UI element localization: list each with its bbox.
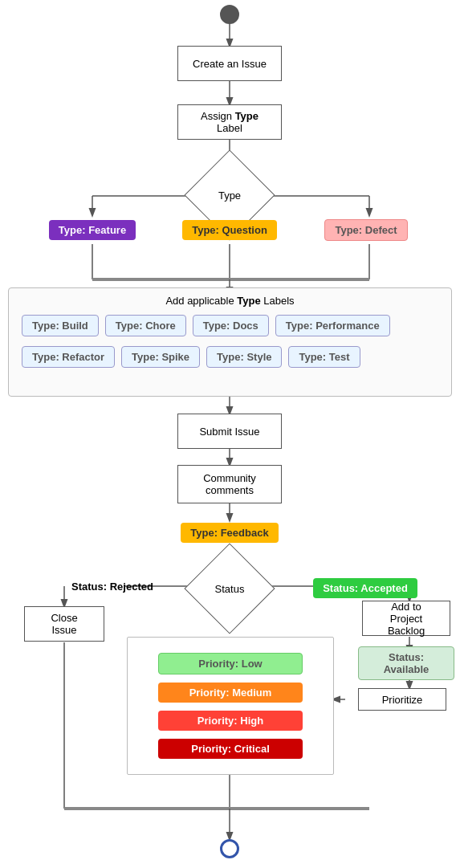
- create-issue-label: Create an Issue: [193, 58, 267, 70]
- status-rejected-label: Status: Rejected: [64, 577, 161, 596]
- type-spike-label: Type: Spike: [121, 346, 200, 368]
- status-accepted-node: Status: Accepted: [305, 577, 425, 599]
- status-diamond: [184, 543, 275, 634]
- status-diamond-container: Status: [197, 556, 262, 621]
- community-comments-label: Community comments: [203, 472, 256, 496]
- type-feedback-node: Type: Feedback: [177, 520, 282, 545]
- priority-medium-label: Priority: Medium: [158, 683, 303, 703]
- type-refactor-label: Type: Refactor: [22, 346, 115, 368]
- type-defect-label: Type: Defect: [324, 219, 407, 241]
- add-to-backlog-label: Add to Project Backlog: [376, 601, 437, 637]
- type-test-label: Type: Test: [288, 346, 360, 368]
- start-circle: [220, 5, 239, 24]
- type-style-label: Type: Style: [206, 346, 282, 368]
- type-feature-label: Type: Feature: [49, 220, 136, 240]
- prioritize-label: Prioritize: [382, 694, 423, 706]
- close-issue-node: Close Issue: [24, 606, 104, 642]
- type-build-label: Type: Build: [22, 315, 99, 336]
- type-docs-label: Type: Docs: [193, 315, 269, 336]
- type-labels-row2: Type: Refactor Type: Spike Type: Style T…: [9, 340, 451, 374]
- status-available-label: Status: Available: [358, 646, 454, 680]
- end-symbol: [220, 839, 239, 858]
- add-to-backlog-node: Add to Project Backlog: [362, 601, 450, 636]
- status-available-node: Status: Available: [358, 652, 454, 674]
- assign-type-label: Assign Type Label: [191, 110, 268, 134]
- community-comments-node: Community comments: [177, 465, 282, 503]
- type-feedback-label: Type: Feedback: [181, 523, 278, 543]
- prioritize-node: Prioritize: [358, 688, 446, 711]
- priority-box: Priority: Low Priority: Medium Priority:…: [127, 637, 334, 775]
- submit-issue-label: Submit Issue: [199, 426, 259, 438]
- type-labels-title: Add applicable Type Labels: [9, 288, 451, 312]
- type-performance-label: Type: Performance: [275, 315, 390, 336]
- type-labels-panel: Add applicable Type Labels Type: Build T…: [8, 287, 452, 397]
- type-defect-node: Type: Defect: [318, 215, 414, 244]
- flowchart-diagram: Create an Issue Assign Type Label Type T…: [0, 0, 460, 868]
- status-accepted-label: Status: Accepted: [313, 578, 417, 598]
- type-question-label: Type: Question: [182, 220, 277, 240]
- type-feature-node: Type: Feature: [43, 215, 141, 244]
- close-issue-label: Close Issue: [38, 612, 91, 636]
- submit-issue-node: Submit Issue: [177, 414, 282, 449]
- start-symbol: [220, 5, 239, 24]
- assign-type-label-node: Assign Type Label: [177, 104, 282, 140]
- priority-low-label: Priority: Low: [158, 653, 303, 674]
- status-rejected-text: Status: Rejected: [71, 581, 153, 593]
- type-question-node: Type: Question: [177, 215, 282, 244]
- type-labels-row1: Type: Build Type: Chore Type: Docs Type:…: [9, 312, 451, 340]
- end-circle: [220, 839, 239, 858]
- type-chore-label: Type: Chore: [105, 315, 186, 336]
- priority-high-label: Priority: High: [158, 711, 303, 731]
- create-issue-node: Create an Issue: [177, 46, 282, 81]
- priority-critical-label: Priority: Critical: [158, 739, 303, 759]
